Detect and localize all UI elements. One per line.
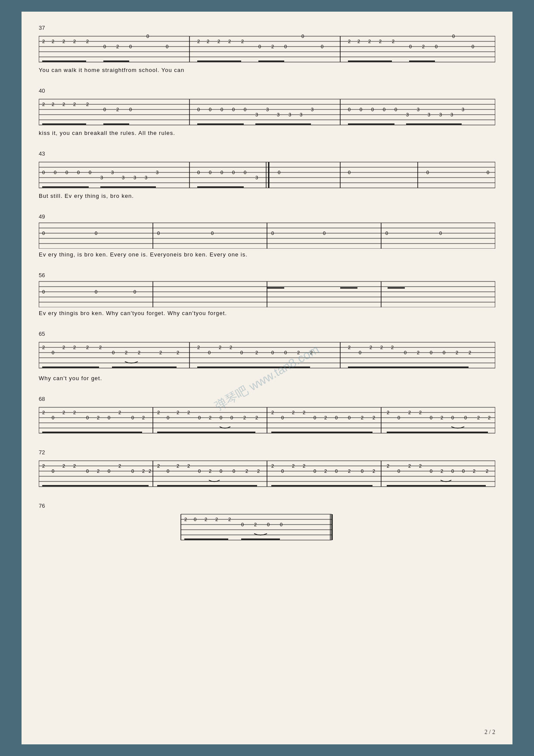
svg-text:0: 0 [209, 107, 211, 112]
svg-text:2: 2 [42, 39, 45, 44]
svg-text:2: 2 [254, 522, 257, 527]
svg-text:2: 2 [392, 39, 394, 44]
svg-text:0: 0 [95, 289, 97, 294]
svg-text:0: 0 [397, 415, 400, 420]
svg-text:0: 0 [197, 107, 200, 112]
svg-text:0: 0 [301, 34, 304, 39]
svg-text:0: 0 [134, 289, 136, 294]
svg-text:3: 3 [111, 170, 114, 175]
svg-text:0: 0 [244, 170, 246, 175]
svg-text:2: 2 [138, 350, 140, 355]
svg-text:2: 2 [99, 345, 102, 350]
svg-text:2: 2 [157, 410, 160, 415]
svg-text:0: 0 [220, 107, 223, 112]
svg-text:2: 2 [477, 415, 480, 420]
svg-text:2: 2 [419, 410, 422, 415]
svg-text:2: 2 [159, 350, 162, 355]
tab-staff-65: 2 0 2 2 2 2 0 2 2 2 2 2 0 2 2 0 2 0 0 2 … [39, 338, 495, 372]
measure-number-68: 68 [39, 396, 495, 402]
svg-text:3: 3 [255, 112, 258, 117]
svg-text:0: 0 [65, 170, 68, 175]
svg-text:2: 2 [73, 463, 76, 469]
svg-text:2: 2 [368, 39, 371, 44]
svg-text:0: 0 [197, 170, 200, 175]
svg-text:0: 0 [146, 34, 149, 39]
svg-text:0: 0 [198, 469, 201, 474]
svg-text:3: 3 [156, 170, 158, 175]
svg-text:0: 0 [108, 469, 110, 474]
svg-text:0: 0 [211, 231, 214, 236]
lyrics-65: Why can't you for get. [39, 375, 495, 384]
svg-text:0: 0 [89, 170, 91, 175]
svg-text:2: 2 [271, 410, 274, 415]
svg-text:2: 2 [215, 517, 218, 522]
svg-text:2: 2 [348, 345, 351, 350]
svg-text:0: 0 [54, 170, 56, 175]
svg-text:0: 0 [86, 415, 89, 420]
section-68: 68 2 0 2 2 0 2 0 2 0 2 2 [39, 396, 495, 437]
svg-text:0: 0 [112, 350, 115, 355]
svg-text:2: 2 [116, 44, 119, 49]
svg-text:2: 2 [408, 410, 411, 415]
svg-text:2: 2 [230, 345, 232, 350]
svg-text:0: 0 [233, 469, 235, 474]
svg-text:0: 0 [409, 44, 412, 49]
svg-text:2: 2 [469, 350, 471, 355]
svg-text:2: 2 [62, 410, 65, 415]
svg-text:0: 0 [131, 469, 134, 474]
svg-text:2: 2 [271, 44, 274, 49]
section-56: 56 0 0 0 Ev ery thingis bro ken. Why can… [39, 272, 495, 319]
svg-text:0: 0 [86, 469, 89, 474]
svg-text:0: 0 [360, 107, 362, 112]
svg-text:0: 0 [462, 469, 465, 474]
section-65: 65 2 0 2 2 2 2 0 2 2 2 2 [39, 331, 495, 384]
svg-text:2: 2 [456, 350, 458, 355]
svg-text:3: 3 [100, 175, 103, 180]
svg-text:0: 0 [42, 231, 45, 236]
section-37: 37 2 2 2 2 2 0 2 0 0 0 [39, 25, 495, 75]
section-40: 40 2 2 2 2 2 0 2 0 0 0 0 [39, 87, 495, 138]
svg-text:2: 2 [441, 415, 443, 420]
svg-text:0: 0 [42, 170, 45, 175]
svg-text:2: 2 [271, 463, 274, 469]
svg-text:3: 3 [439, 112, 442, 117]
svg-text:0: 0 [371, 107, 374, 112]
svg-text:0: 0 [487, 170, 489, 175]
lyrics-49: Ev ery thing, is bro ken. Every one is. … [39, 251, 495, 260]
lyrics-43: But still. Ev ery thing is, bro ken. [39, 193, 495, 201]
tab-staff-40: 2 2 2 2 2 0 2 0 0 0 0 0 0 3 3 3 3 3 3 0 [39, 95, 495, 127]
svg-text:2: 2 [187, 463, 190, 469]
section-43: 43 0 0 0 0 0 3 3 3 3 3 3 [39, 150, 495, 201]
svg-text:0: 0 [103, 44, 106, 49]
svg-text:2: 2 [369, 345, 372, 350]
svg-text:0: 0 [281, 415, 284, 420]
svg-text:2: 2 [357, 39, 360, 44]
svg-text:2: 2 [42, 463, 45, 469]
svg-text:2: 2 [73, 345, 76, 350]
svg-text:0: 0 [430, 415, 432, 420]
svg-text:0: 0 [167, 415, 169, 420]
svg-text:0: 0 [220, 469, 222, 474]
svg-text:0: 0 [321, 44, 323, 49]
svg-text:2: 2 [149, 469, 151, 474]
sheet-music-page: 弹琴吧 www.tan8.com 37 2 2 2 2 2 0 2 0 [22, 12, 512, 744]
svg-text:3: 3 [300, 112, 302, 117]
svg-text:2: 2 [441, 469, 443, 474]
section-72: 72 2 0 2 2 0 2 0 2 0 2 2 [39, 449, 495, 490]
svg-text:2: 2 [187, 410, 190, 415]
svg-text:2: 2 [255, 350, 258, 355]
svg-text:0: 0 [472, 44, 474, 49]
svg-text:2: 2 [473, 469, 475, 474]
svg-text:2: 2 [118, 410, 121, 415]
page-number: 2 / 2 [484, 729, 495, 736]
svg-text:3: 3 [450, 112, 453, 117]
svg-text:3: 3 [428, 112, 430, 117]
svg-text:2: 2 [209, 469, 211, 474]
svg-text:2: 2 [391, 345, 394, 350]
svg-text:2: 2 [62, 39, 65, 44]
svg-text:3: 3 [277, 112, 279, 117]
svg-text:0: 0 [281, 469, 284, 474]
svg-text:2: 2 [373, 415, 375, 420]
svg-text:0: 0 [230, 415, 233, 420]
svg-text:0: 0 [42, 289, 45, 294]
